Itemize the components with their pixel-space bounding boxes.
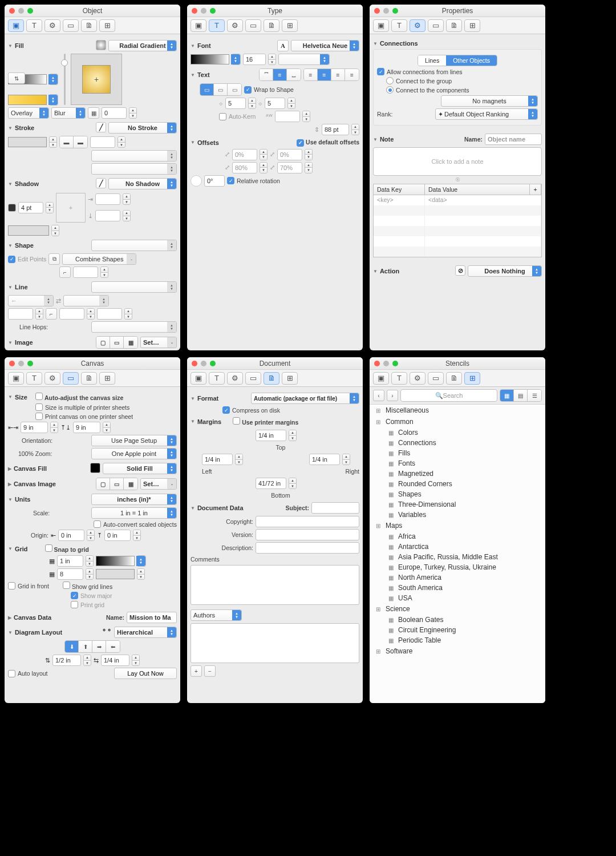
canvas-tab-icon[interactable]: ▭ [245, 372, 261, 385]
stencils-tab-icon[interactable]: ⊞ [282, 372, 298, 385]
combine-shapes-select[interactable]: Combine Shapes⌄ [62, 253, 136, 265]
note-textarea[interactable]: Click to add a note [373, 147, 542, 176]
object-name-input[interactable]: Object name [485, 134, 542, 145]
one-sheet-checkbox[interactable] [35, 413, 43, 420]
version-input[interactable] [256, 529, 359, 540]
rank-select[interactable]: ✦Default Object Ranking▲▼ [435, 108, 538, 120]
grid-color-picker[interactable]: ▲▼ [137, 555, 146, 567]
units-header[interactable]: ▼Units inches (in)*▲▼ [8, 494, 177, 505]
inset-v-input[interactable]: 5 [265, 98, 285, 109]
layout-h-stepper[interactable]: ▲▼ [132, 655, 140, 666]
origin-x-stepper[interactable]: ▲▼ [87, 530, 95, 541]
shadow-size-input[interactable]: 4 pt [18, 202, 43, 213]
gradient-slider[interactable] [60, 54, 68, 105]
layout-direction-seg[interactable]: ⬇⬆➡⬅ [64, 640, 120, 653]
canvas-tab-icon[interactable]: ▭ [63, 19, 79, 32]
canvas-name-input[interactable]: Mission to Ma [127, 612, 177, 623]
type-tab-icon[interactable]: T [209, 372, 225, 385]
line-end-select[interactable]: ▲▼ [63, 295, 109, 306]
stencil-search-input[interactable]: 🔍 Search [400, 389, 497, 402]
object-tab-icon[interactable]: ▣ [373, 19, 389, 32]
stencil-item[interactable]: ▦Fills [370, 448, 545, 458]
margin-bottom-input[interactable]: 41/72 in [256, 478, 286, 489]
stencils-tab-icon[interactable]: ⊞ [464, 19, 480, 32]
orientation-select[interactable]: Use Page Setup▲▼ [91, 435, 177, 446]
stencil-item[interactable]: ▦Africa [370, 531, 545, 542]
connect-components-radio[interactable] [386, 86, 394, 94]
stencil-item[interactable]: ▦South America [370, 583, 545, 593]
shadow-header[interactable]: ▼Shadow ╱ No Shadow▲▼ [8, 178, 177, 189]
units-select[interactable]: inches (in)*▲▼ [91, 494, 177, 505]
shadow-swatch[interactable] [8, 225, 49, 236]
offset-x-stepper[interactable]: ▲▼ [260, 149, 268, 160]
shape-header[interactable]: ▼Shape ▲▼ [8, 240, 177, 251]
back-button[interactable]: ‹ [373, 390, 384, 401]
offsets-header[interactable]: ▼Offsets Use default offsets [191, 139, 359, 147]
offset-h-stepper[interactable]: ▲▼ [305, 162, 313, 173]
connect-group-radio[interactable] [386, 77, 394, 84]
object-tab-icon[interactable]: ▣ [373, 372, 389, 385]
text-header[interactable]: ▼Text ⎴≡⎵ ≡≡≡≡ [191, 68, 359, 81]
authors-textarea[interactable] [191, 623, 359, 663]
line-w2-input[interactable] [59, 308, 84, 320]
rotation-input[interactable]: 0° [204, 175, 225, 187]
origin-x-input[interactable]: 0 in [58, 530, 84, 541]
vertical-align-seg[interactable]: ⎴≡⎵ [259, 68, 301, 81]
type-tab-icon[interactable]: T [209, 19, 225, 32]
stroke-width-input[interactable] [90, 136, 115, 148]
canvas-width-input[interactable]: 9 in [21, 422, 48, 433]
stencil-item[interactable]: ▦Three-Dimensional [370, 499, 545, 510]
action-select[interactable]: Does Nothing▲▼ [468, 265, 542, 277]
font-preview-icon[interactable]: A [277, 40, 289, 51]
stencil-list[interactable]: ⊞Miscellaneous⊞Common▦Colors▦Connections… [370, 404, 545, 703]
line-w1-stepper[interactable]: ▲▼ [35, 308, 43, 320]
gradient-color-picker[interactable]: ▲▼ [49, 74, 58, 85]
offset-x-input[interactable]: 0% [232, 149, 257, 160]
shadow-x-stepper[interactable]: ▲▼ [123, 193, 131, 205]
document-data-header[interactable]: ▼Document Data Subject: [191, 502, 359, 514]
fill-swatch[interactable] [96, 40, 106, 50]
image-set-select[interactable]: Set…⌄ [140, 337, 177, 348]
combine-icon[interactable]: ⧉ [48, 253, 60, 265]
stencil-item[interactable]: ▦Rounded Corners [370, 479, 545, 489]
lineheight-input[interactable]: 88 pt [322, 124, 349, 135]
blur-select[interactable]: Blur▲▼ [51, 107, 86, 119]
lay-out-now-button[interactable]: Lay Out Now [114, 668, 177, 679]
type-tab-icon[interactable]: T [391, 372, 407, 385]
auto-layout-checkbox[interactable] [8, 670, 15, 677]
blur-stepper[interactable]: ▲▼ [129, 107, 137, 119]
copyright-input[interactable] [256, 516, 359, 527]
stencil-item[interactable]: ▦Europe, Turkey, Russia, Ukraine [370, 562, 545, 572]
document-tab-icon[interactable]: 🗎 [446, 19, 462, 32]
shadow-stepper[interactable]: ▲▼ [46, 202, 54, 213]
zoom-select[interactable]: One Apple point▲▼ [91, 448, 177, 459]
canvas-height-input[interactable]: 9 in [73, 422, 100, 433]
stencil-category[interactable]: ⊞Common [370, 416, 545, 427]
margin-left-stepper[interactable]: ▲▼ [235, 454, 243, 465]
canvas-height-stepper[interactable]: ▲▼ [103, 422, 111, 433]
canvas-fill-header[interactable]: ▶Canvas Fill Solid Fill▲▼ [8, 463, 177, 474]
fill-header[interactable]: ▼Fill Radial Gradient▲▼ [8, 40, 177, 51]
type-tab-icon[interactable]: T [26, 372, 42, 385]
stencils-tab-icon[interactable]: ⊞ [99, 372, 115, 385]
add-author-button[interactable]: + [191, 665, 202, 677]
stencil-item[interactable]: ▦North America [370, 572, 545, 583]
stroke-pattern-select[interactable]: ▲▼ [91, 150, 177, 161]
stencils-tab-icon[interactable]: ⊞ [99, 19, 115, 32]
magnets-select[interactable]: No magnets▲▼ [441, 95, 538, 107]
forward-button[interactable]: › [387, 390, 398, 401]
font-header[interactable]: ▼Font A Helvetica Neue▲▼ [191, 40, 359, 51]
shadow-y-input[interactable] [95, 210, 120, 221]
document-tab-icon[interactable]: 🗎 [264, 372, 279, 385]
offset-y-input[interactable]: 0% [277, 149, 302, 160]
scale-select[interactable]: 1 in = 1 in▲▼ [91, 507, 177, 519]
canvas-tab-icon[interactable]: ▭ [245, 19, 261, 32]
stencil-item[interactable]: ▦Asia Pacific, Russia, Middle East [370, 552, 545, 562]
font-color-swatch[interactable] [191, 54, 229, 64]
canvas-width-stepper[interactable]: ▲▼ [50, 422, 58, 433]
canvas-fill-select[interactable]: Solid Fill▲▼ [103, 463, 177, 474]
edit-points-checkbox[interactable] [8, 256, 15, 263]
corner-stepper[interactable]: ▲▼ [100, 267, 108, 278]
stencil-item[interactable]: ▦Shapes [370, 489, 545, 499]
compress-checkbox[interactable] [222, 406, 230, 414]
